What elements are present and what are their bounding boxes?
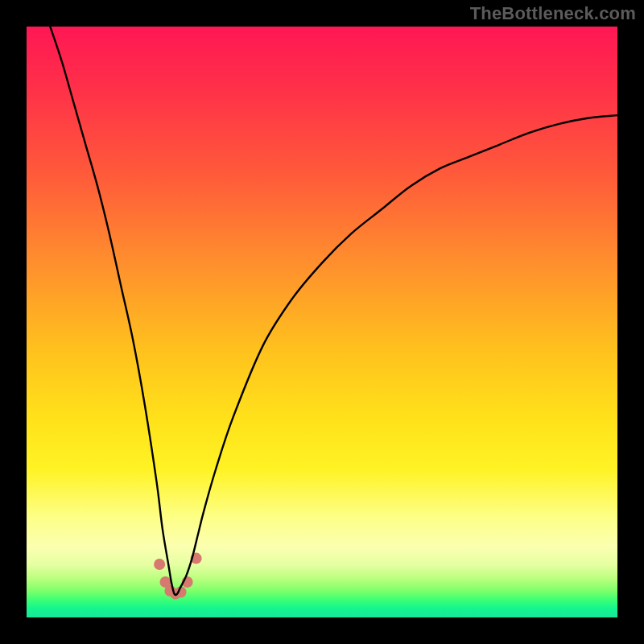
- watermark-text: TheBottleneck.com: [470, 3, 636, 24]
- bottleneck-curve: [50, 27, 617, 595]
- valley-marker: [154, 559, 165, 570]
- curve-svg: [27, 27, 617, 617]
- plot-area: [27, 27, 617, 617]
- chart-frame: TheBottleneck.com: [0, 0, 644, 644]
